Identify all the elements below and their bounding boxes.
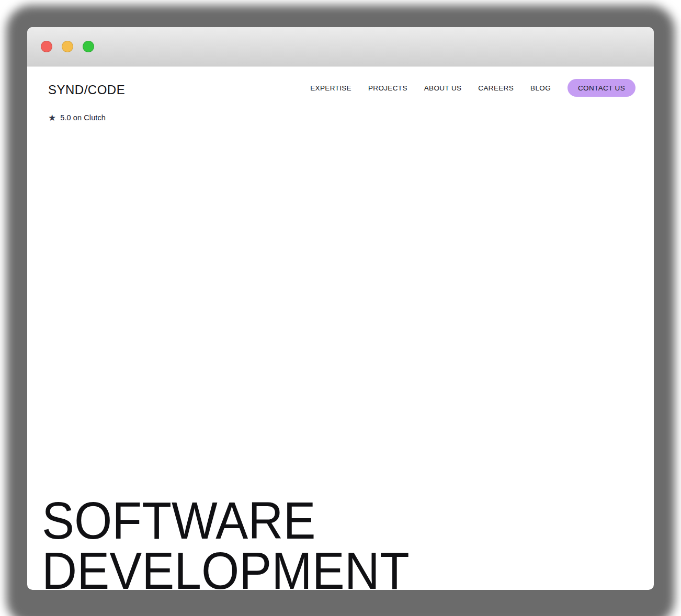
browser-window: SYND/CODE ★ 5.0 on Clutch EXPERTISE PROJ… [27, 27, 654, 590]
brand-block: SYND/CODE ★ 5.0 on Clutch [48, 79, 125, 122]
site-header: SYND/CODE ★ 5.0 on Clutch EXPERTISE PROJ… [27, 66, 654, 122]
nav-link-careers[interactable]: CAREERS [478, 84, 514, 92]
zoom-button[interactable] [83, 41, 94, 52]
nav-link-blog[interactable]: BLOG [530, 84, 551, 92]
close-button[interactable] [41, 41, 52, 52]
hero-line-2: DEVELOPMENT [42, 545, 410, 590]
hero-line-1: SOFTWARE [42, 495, 410, 545]
hero-heading: SOFTWARE DEVELOPMENT COMPANY [42, 495, 410, 590]
brand-logo[interactable]: SYND/CODE [48, 83, 125, 98]
clutch-rating-link[interactable]: ★ 5.0 on Clutch [48, 113, 125, 122]
window-titlebar[interactable] [27, 27, 654, 66]
nav-link-expertise[interactable]: EXPERTISE [310, 84, 351, 92]
minimize-button[interactable] [62, 41, 73, 52]
contact-us-button[interactable]: CONTACT US [568, 79, 635, 97]
nav-link-projects[interactable]: PROJECTS [368, 84, 407, 92]
clutch-rating-label: 5.0 on Clutch [60, 113, 106, 122]
star-icon: ★ [48, 113, 56, 122]
main-nav: EXPERTISE PROJECTS ABOUT US CAREERS BLOG… [310, 79, 635, 97]
page-content: SYND/CODE ★ 5.0 on Clutch EXPERTISE PROJ… [27, 66, 654, 589]
nav-link-about-us[interactable]: ABOUT US [424, 84, 462, 92]
